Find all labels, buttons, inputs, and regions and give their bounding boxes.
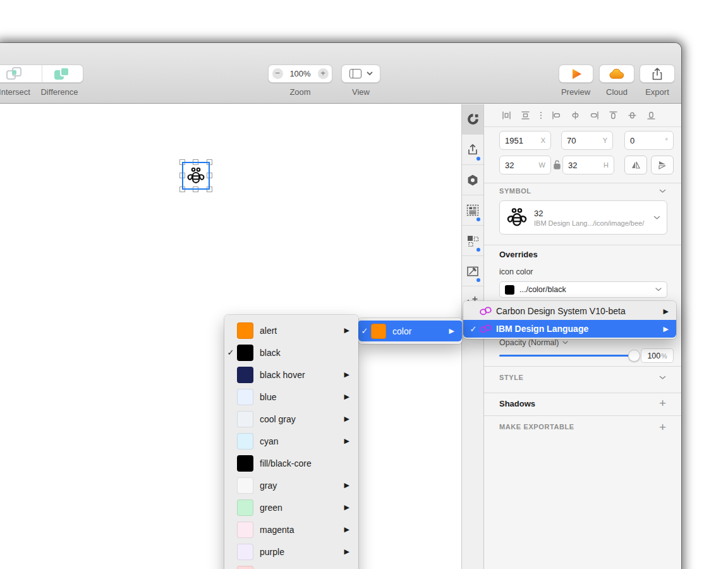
- opacity-slider-knob[interactable]: [628, 350, 640, 362]
- y-position-field[interactable]: 70 Y: [561, 131, 613, 150]
- height-field[interactable]: 32 H: [562, 156, 614, 174]
- add-shadow-button[interactable]: +: [659, 396, 666, 410]
- color-menu-item-label: cool gray: [260, 414, 296, 424]
- checkmark: ✓: [224, 348, 237, 357]
- color-menu-item[interactable]: ✓black: [224, 341, 358, 364]
- flip-horizontal-button[interactable]: [624, 156, 647, 174]
- distribute-horizontally-icon[interactable]: [501, 110, 512, 121]
- intersect-button[interactable]: [0, 65, 42, 82]
- submenu-arrow-icon: ▶: [344, 393, 349, 401]
- plugin-duplicate-button[interactable]: [462, 226, 483, 256]
- view-button[interactable]: [341, 64, 380, 83]
- color-menu-item[interactable]: alert▶: [224, 319, 358, 341]
- chevron-down-icon: [562, 341, 568, 345]
- craft-logo-icon: [467, 113, 479, 125]
- minus-icon: −: [272, 68, 283, 79]
- chevron-down-icon: [659, 376, 666, 380]
- upload-icon: [466, 144, 479, 156]
- zoom-label: Zoom: [274, 87, 326, 97]
- intersect-icon: [6, 67, 23, 81]
- menu-item-color[interactable]: ✓ color ▶: [358, 321, 462, 341]
- submenu-arrow-icon: ▶: [344, 370, 349, 379]
- color-menu-item[interactable]: blue▶: [224, 386, 358, 408]
- shadows-label: Shadows: [499, 399, 535, 408]
- color-menu-item-label: green: [260, 503, 282, 513]
- menu-item-ibm-design-language[interactable]: ✓ IBM Design Language ▶: [463, 320, 676, 338]
- vector-edit-icon: [466, 265, 479, 278]
- opacity-value-field[interactable]: 100 %: [641, 348, 674, 363]
- color-swatch: [237, 411, 253, 427]
- color-menu-item[interactable]: fill/black-core: [224, 452, 358, 474]
- preview-button[interactable]: [559, 64, 593, 83]
- color-menu-item-label: cyan: [260, 436, 279, 446]
- difference-button[interactable]: [42, 65, 83, 82]
- flip-vertical-button[interactable]: [651, 156, 674, 174]
- chevron-down-icon: [367, 71, 373, 76]
- color-menu-item[interactable]: cool gray▶: [224, 408, 358, 430]
- difference-label: Difference: [37, 87, 82, 97]
- distribute-vertically-icon[interactable]: [520, 110, 531, 121]
- cloud-button[interactable]: [599, 64, 634, 83]
- export-label: Export: [640, 87, 675, 97]
- submenu-arrow-icon: ▶: [344, 525, 349, 534]
- color-menu-item[interactable]: green▶: [224, 496, 358, 518]
- cloud-label: Cloud: [599, 87, 634, 97]
- bee-icon: [186, 166, 205, 185]
- style-section-header[interactable]: STYLE: [499, 374, 666, 381]
- menu-item-carbon[interactable]: Carbon Design System V10-beta ▶: [463, 302, 676, 320]
- checkmark: ✓: [467, 324, 480, 334]
- align-top-icon[interactable]: [608, 110, 619, 121]
- align-left-icon[interactable]: [551, 110, 562, 121]
- zoom-in-button[interactable]: +: [314, 65, 332, 82]
- color-menu-item[interactable]: purple▶: [224, 541, 358, 563]
- rotation-field[interactable]: 0 °: [624, 131, 674, 150]
- color-menu-item-label: black: [260, 348, 281, 358]
- library-menu: Carbon Design System V10-beta ▶ ✓ IBM De…: [463, 301, 676, 339]
- align-right-icon[interactable]: [589, 110, 600, 121]
- library-link-icon: [480, 324, 492, 333]
- opacity-slider[interactable]: [499, 355, 634, 357]
- selected-layer-bee[interactable]: [182, 162, 210, 190]
- icon-color-override-dropdown[interactable]: .../color/black: [499, 281, 667, 298]
- color-menu-item[interactable]: black hover▶: [224, 364, 358, 386]
- align-middle-vertical-icon[interactable]: [627, 110, 638, 121]
- symbol-source-path: IBM Design Lang.../icon/image/bee/: [534, 219, 644, 227]
- plugin-craft-button[interactable]: [462, 104, 483, 135]
- plugin-data-button[interactable]: [462, 195, 483, 226]
- color-menu-item[interactable]: cyan▶: [224, 430, 358, 452]
- color-swatch: [237, 544, 253, 560]
- opacity-label[interactable]: Opacity (Normal): [499, 338, 568, 347]
- make-exportable-header: MAKE EXPORTABLE: [499, 423, 666, 431]
- symbol-section-header[interactable]: SYMBOL: [499, 187, 666, 195]
- align-bottom-icon[interactable]: [646, 110, 657, 121]
- bee-icon: [506, 207, 528, 228]
- x-position-field[interactable]: 1951 X: [499, 131, 551, 150]
- zoom-level[interactable]: 100%: [286, 65, 314, 82]
- color-menu-item-label: fill/black-core: [260, 458, 312, 468]
- width-field[interactable]: 32 W: [499, 156, 551, 174]
- color-swatch: [371, 324, 386, 339]
- lock-icon[interactable]: [554, 160, 561, 169]
- color-menu-item[interactable]: gray▶: [224, 474, 358, 496]
- make-exportable-add-button[interactable]: +: [659, 420, 666, 434]
- export-button[interactable]: [640, 64, 675, 83]
- chevron-down-icon: [659, 189, 666, 193]
- symbol-selector[interactable]: 32 IBM Design Lang.../icon/image/bee/: [499, 200, 667, 235]
- zoom-out-button[interactable]: −: [269, 65, 286, 82]
- more-options-icon[interactable]: [539, 110, 543, 121]
- color-menu-item[interactable]: [224, 563, 358, 569]
- plugin-prototype-button[interactable]: [462, 256, 483, 286]
- plugin-sync-button[interactable]: [462, 135, 483, 165]
- symbol-name: 32: [534, 209, 644, 218]
- color-menu-item[interactable]: magenta▶: [224, 518, 358, 541]
- submenu-arrow-icon: ▶: [664, 307, 669, 315]
- selection-frame: [182, 162, 210, 190]
- color-menu-item-label: blue: [260, 392, 276, 402]
- intersect-label: Intersect: [0, 87, 37, 97]
- plugin-stock-button[interactable]: [462, 165, 483, 195]
- submenu-arrow-icon: ▶: [344, 503, 349, 511]
- color-swatch: [237, 477, 253, 494]
- notification-dot: [476, 248, 480, 252]
- align-center-horizontal-icon[interactable]: [570, 110, 581, 121]
- color-menu-item-label: magenta: [260, 525, 294, 535]
